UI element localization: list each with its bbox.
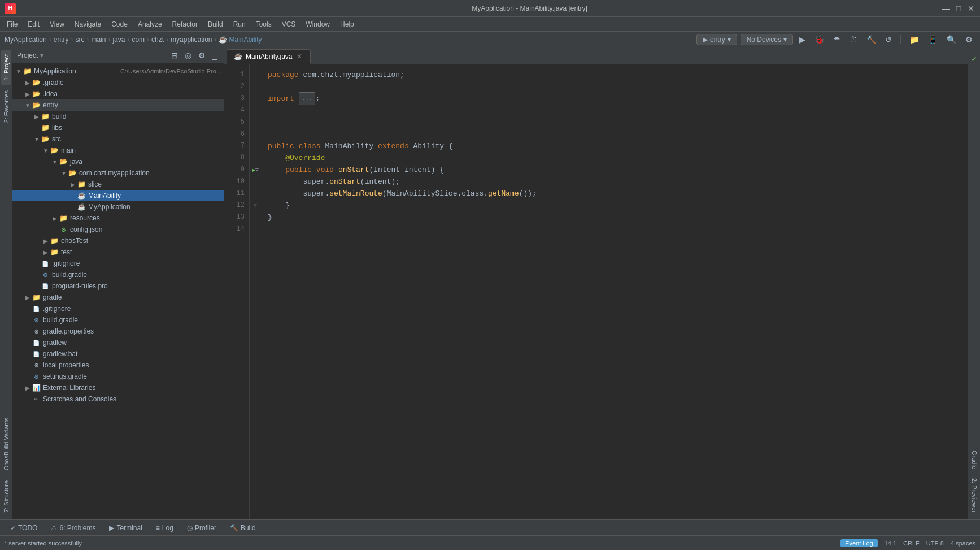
cursor-position[interactable]: 14:1	[885, 540, 896, 547]
bottom-tab-profiler[interactable]: ◷ Profiler	[181, 522, 222, 534]
debug-button[interactable]: 🐞	[812, 34, 827, 45]
tree-item-idea[interactable]: ▶ 📂 .idea	[12, 88, 224, 99]
menu-tools[interactable]: Tools	[251, 19, 276, 29]
tree-item-gradle-folder[interactable]: ▶ 📁 gradle	[12, 292, 224, 303]
tree-item-libs[interactable]: 📁 libs	[12, 122, 224, 133]
tree-item-build[interactable]: ▶ 📁 build	[12, 111, 224, 122]
editor-tab-mainability[interactable]: ☕ MainAbility.java ✕	[227, 49, 311, 64]
tree-root[interactable]: ▼ 📁 MyApplication C:\Users\Admin\DevEcoS…	[12, 66, 224, 77]
config-json-label: config.json	[70, 226, 221, 233]
close-button[interactable]: ✕	[966, 4, 975, 13]
tree-item-gradlew[interactable]: 📄 gradlew	[12, 337, 224, 348]
tree-item-src[interactable]: ▼ 📂 src	[12, 133, 224, 145]
line-ending[interactable]: CRLF	[903, 540, 920, 547]
menu-window[interactable]: Window	[301, 19, 334, 29]
bottom-tab-build[interactable]: 🔨 Build	[224, 522, 262, 534]
menu-navigate[interactable]: Navigate	[70, 19, 106, 29]
sidebar-tab-project[interactable]: 1: Project	[1, 50, 11, 85]
breadcrumb-chzt[interactable]: chzt	[151, 36, 164, 44]
gutter-12[interactable]: ▽	[250, 200, 261, 211]
gutter-9[interactable]: ▶ ▽	[250, 164, 261, 176]
sidebar-tab-favorites[interactable]: 2: Favorites	[1, 86, 11, 127]
minimize-panel-button[interactable]: _	[210, 50, 219, 61]
profile-button[interactable]: ⏱	[847, 34, 860, 45]
menu-refactor[interactable]: Refactor	[168, 19, 202, 29]
bottom-tab-terminal[interactable]: ▶ Terminal	[103, 522, 147, 534]
menu-help[interactable]: Help	[336, 19, 359, 29]
settings-button[interactable]: ⚙	[962, 34, 975, 45]
tree-item-local-properties[interactable]: ⚙ local.properties	[12, 360, 224, 371]
tab-close-button[interactable]: ✕	[295, 53, 303, 60]
gear-settings-button[interactable]: ⚙	[196, 50, 208, 61]
sidebar-tab-ohos-build-variants[interactable]: OhosBuild Variants	[1, 413, 11, 475]
tree-item-resources[interactable]: ▶ 📁 resources	[12, 213, 224, 224]
libs-label: libs	[52, 124, 221, 132]
build-project-button[interactable]: 🔨	[864, 34, 879, 45]
fold-gutter-9[interactable]: ▽	[255, 167, 258, 173]
tree-item-settings-gradle[interactable]: ⚙ settings.gradle	[12, 371, 224, 382]
tree-item-mainability[interactable]: ☕ MainAbility	[12, 190, 224, 201]
breadcrumb-com[interactable]: com	[132, 36, 145, 44]
fold-gutter-12[interactable]: ▽	[254, 202, 256, 209]
sidebar-tab-structure[interactable]: 7: Structure	[1, 476, 11, 517]
menu-file[interactable]: File	[2, 19, 22, 29]
breadcrumb-main[interactable]: main	[91, 36, 106, 44]
right-tab-gradle[interactable]: Gradle	[969, 446, 979, 474]
right-tab-previewer[interactable]: 2: Previewer	[969, 474, 979, 517]
gradle-dir-label: gradle	[43, 293, 221, 301]
run-button[interactable]: ▶	[796, 34, 808, 45]
bottom-tab-log[interactable]: ≡ Log	[150, 522, 179, 534]
menu-run[interactable]: Run	[229, 19, 250, 29]
minimize-button[interactable]: —	[942, 4, 951, 13]
breadcrumb-src[interactable]: src	[75, 36, 84, 44]
menu-code[interactable]: Code	[107, 19, 132, 29]
scroll-to-file-button[interactable]: ◎	[182, 50, 194, 61]
tree-item-scratches[interactable]: ✏ Scratches and Consoles	[12, 393, 224, 405]
tree-item-proguard[interactable]: 📄 proguard-rules.pro	[12, 280, 224, 292]
bottom-tab-todo[interactable]: ✓ TODO	[5, 522, 43, 534]
tree-item-build-gradle-root[interactable]: ⚙ build.gradle	[12, 314, 224, 326]
indent-size[interactable]: 4 spaces	[951, 540, 975, 547]
tree-item-com-chzt[interactable]: ▼ 📂 com.chzt.myapplication	[12, 167, 224, 179]
tree-item-slice[interactable]: ▶ 📁 slice	[12, 179, 224, 190]
event-log-button[interactable]: Event Log	[840, 539, 878, 547]
breadcrumb-java[interactable]: java	[112, 36, 125, 44]
tree-item-gradle-hidden[interactable]: ▶ 📂 .gradle	[12, 77, 224, 88]
sync-button[interactable]: ↺	[882, 34, 895, 45]
tree-item-gitignore-root[interactable]: 📄 .gitignore	[12, 303, 224, 314]
tree-item-main[interactable]: ▼ 📂 main	[12, 145, 224, 156]
tree-item-ohostest[interactable]: ▶ 📁 ohosTest	[12, 235, 224, 246]
bottom-tab-problems[interactable]: ⚠ 6: Problems	[45, 522, 101, 534]
breadcrumb-myapplication-pkg[interactable]: myapplication	[171, 36, 212, 44]
tree-item-gradlew-bat[interactable]: 📄 gradlew.bat	[12, 348, 224, 360]
menu-analyze[interactable]: Analyze	[133, 19, 167, 29]
tree-item-config-json[interactable]: ⚙ config.json	[12, 224, 224, 235]
tree-item-build-gradle-entry[interactable]: ⚙ build.gradle	[12, 269, 224, 280]
menu-vcs[interactable]: VCS	[277, 19, 300, 29]
maximize-button[interactable]: □	[954, 4, 963, 13]
run-config-dropdown[interactable]: ▶ entry ▾	[696, 34, 737, 45]
tree-item-myapplication-class[interactable]: ☕ MyApplication	[12, 201, 224, 213]
project-view-button[interactable]: 📁	[907, 34, 922, 45]
tree-item-entry[interactable]: ▼ 📂 entry	[12, 99, 224, 111]
project-title-dropdown[interactable]: ▾	[40, 51, 43, 59]
collapse-all-button[interactable]: ⊟	[169, 50, 180, 61]
device-manager-button[interactable]: 📱	[925, 34, 940, 45]
breadcrumb-entry[interactable]: entry	[54, 36, 69, 44]
coverage-button[interactable]: ☂	[830, 34, 843, 45]
menu-view[interactable]: View	[45, 19, 69, 29]
tree-item-test[interactable]: ▶ 📁 test	[12, 246, 224, 258]
code-content[interactable]: package com.chzt.myapplication; import .…	[261, 64, 968, 519]
tree-item-java[interactable]: ▼ 📂 java	[12, 156, 224, 167]
tree-item-gitignore-entry[interactable]: 📄 .gitignore	[12, 258, 224, 269]
tree-item-gradle-properties[interactable]: ⚙ gradle.properties	[12, 326, 224, 337]
tree-item-external-libs[interactable]: ▶ 📊 External Libraries	[12, 382, 224, 393]
search-everywhere-button[interactable]: 🔍	[944, 34, 959, 45]
breadcrumb-mainability[interactable]: MainAbility	[229, 36, 262, 44]
encoding[interactable]: UTF-8	[926, 540, 944, 547]
breadcrumb-myapplication[interactable]: MyApplication	[5, 36, 47, 44]
menu-edit[interactable]: Edit	[23, 19, 44, 29]
menu-build[interactable]: Build	[203, 19, 228, 29]
device-dropdown[interactable]: No Devices ▾	[741, 34, 793, 45]
line-num-13: 13	[224, 211, 249, 223]
